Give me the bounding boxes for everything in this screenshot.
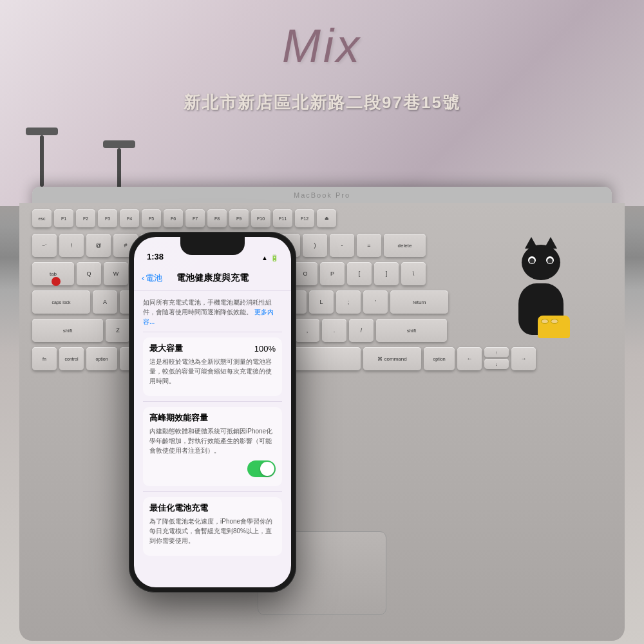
peak-performance-title: 高峰期效能容量 (149, 412, 276, 424)
key-option-left[interactable]: option (86, 347, 117, 370)
store-content: Mix 新北市新店區北新路二段97巷15號 (0, 6, 644, 114)
peak-performance-section: 高峰期效能容量 內建動態軟體和硬體系統可抵銷因iPhone化學年齡增加，對執行效… (143, 407, 282, 486)
key-shift-right[interactable]: shift (376, 319, 447, 342)
max-capacity-section: 最大容量 100% 這是相較於電池為全新狀態可測量的電池容量，較低的容量可能會縮… (143, 337, 282, 396)
page-title: 電池健康度與充電 (176, 272, 249, 284)
key-2[interactable]: @ (86, 234, 111, 257)
intro-text: 如同所有充電式電池，手機電池屬於消耗性組件，會隨著使用時間而逐漸降低效能。 更多… (143, 298, 282, 327)
key-f2[interactable]: F2 (76, 209, 95, 227)
optimized-charging-section: 最佳化電池充電 為了降低電池老化速度，iPhone會學習你的每日充電模式，會暫緩… (143, 497, 282, 556)
key-f8[interactable]: F8 (207, 209, 227, 227)
red-pin (52, 277, 61, 286)
stool-middle (103, 140, 135, 193)
key-minus[interactable]: - (330, 234, 354, 257)
key-control[interactable]: control (59, 347, 84, 370)
key-a[interactable]: A (93, 290, 117, 314)
key-l[interactable]: L (309, 290, 334, 314)
key-f9[interactable]: F9 (229, 209, 249, 227)
key-period[interactable]: . (322, 319, 346, 342)
cat-eye-right (546, 256, 554, 264)
divider-1 (143, 332, 282, 332)
macbook-top-bar: MacBook Pro (32, 187, 612, 203)
back-label: 電池 (146, 272, 162, 284)
max-capacity-title: 最大容量 (149, 343, 183, 354)
cat-eye-left (528, 256, 536, 264)
key-semicolon[interactable]: ; (336, 290, 361, 314)
iphone-device: 1:38 ▲ 🔋 ‹ 電池 電池健康度與充電 如同所有充電式電池，手機電池屬於消… (129, 232, 296, 592)
key-command-right[interactable]: ⌘ command (363, 347, 421, 370)
chevron-left-icon: ‹ (142, 273, 144, 283)
laptop-screen: Mix 新北市新店區北新路二段97巷15號 (0, 0, 644, 206)
key-bracket-right[interactable]: ] (374, 262, 399, 285)
key-f4[interactable]: F4 (120, 209, 139, 227)
cat-ear-left (525, 237, 538, 249)
iphone-content: 如同所有充電式電池，手機電池屬於消耗性組件，會隨著使用時間而逐漸降低效能。 更多… (134, 291, 291, 587)
cat-head (522, 245, 560, 280)
cat-figurine (502, 245, 580, 341)
key-bracket-left[interactable]: [ (347, 262, 372, 285)
key-f11[interactable]: F11 (273, 209, 292, 227)
key-f5[interactable]: F5 (142, 209, 161, 227)
stool-left (26, 128, 58, 187)
max-capacity-desc: 這是相較於電池為全新狀態可測量的電池容量，較低的容量可能會縮短每次充電後的使用時… (149, 357, 276, 386)
key-fn[interactable]: fn (32, 347, 57, 370)
iphone-screen: 1:38 ▲ 🔋 ‹ 電池 電池健康度與充電 如同所有充電式電池，手機電池屬於消… (134, 237, 291, 587)
battery-icon: 🔋 (270, 254, 278, 261)
store-address: 新北市新店區北新路二段97巷15號 (0, 91, 644, 114)
optimized-charging-desc: 為了降低電池老化速度，iPhone會學習你的每日充電模式，會暫緩充電到80%以上… (149, 516, 276, 545)
key-z[interactable]: Z (106, 319, 130, 342)
key-return[interactable]: return (390, 290, 448, 314)
optimized-charging-title: 最佳化電池充電 (149, 502, 276, 514)
capacity-percentage: 100% (254, 344, 276, 354)
divider-2 (143, 401, 282, 402)
key-p[interactable]: P (320, 262, 345, 285)
key-shift-left[interactable]: shift (32, 319, 103, 342)
yellow-pot (538, 316, 570, 338)
key-o[interactable]: O (293, 262, 317, 285)
key-equal[interactable]: = (357, 234, 381, 257)
key-comma[interactable]: , (295, 319, 319, 342)
key-esc[interactable]: esc (32, 209, 52, 227)
toggle-knob (260, 462, 274, 476)
peak-performance-toggle-row (149, 460, 276, 477)
modifier-key-row: fn control option ⌘ command ⌘ command op… (32, 347, 612, 370)
key-f12[interactable]: F12 (295, 209, 314, 227)
key-arrow-left[interactable]: ← (457, 347, 482, 370)
key-quote[interactable]: ' (363, 290, 388, 314)
key-arrow-down[interactable]: ↓ (484, 359, 509, 369)
iphone-notch (180, 237, 245, 255)
key-arrow-right[interactable]: → (511, 347, 536, 370)
fn-key-row: esc F1 F2 F3 F4 F5 F6 F7 F8 F9 F10 F11 F… (32, 209, 612, 227)
key-backslash[interactable]: \ (401, 262, 426, 285)
key-slash[interactable]: / (349, 319, 374, 342)
key-option-right[interactable]: option (424, 347, 455, 370)
key-q[interactable]: Q (77, 262, 101, 285)
key-0[interactable]: ) (303, 234, 327, 257)
key-delete[interactable]: delete (384, 234, 426, 257)
wifi-icon: ▲ (261, 254, 268, 261)
key-f6[interactable]: F6 (164, 209, 183, 227)
key-f1[interactable]: F1 (54, 209, 73, 227)
key-caps[interactable]: caps lock (32, 290, 90, 314)
key-1[interactable]: ! (59, 234, 84, 257)
divider-3 (143, 491, 282, 492)
back-button[interactable]: ‹ 電池 (142, 272, 162, 284)
key-f3[interactable]: F3 (98, 209, 117, 227)
key-f7[interactable]: F7 (185, 209, 205, 227)
key-tilde[interactable]: ~` (32, 234, 57, 257)
store-logo: Mix (0, 19, 644, 72)
key-f10[interactable]: F10 (251, 209, 270, 227)
key-power[interactable]: ⏏ (317, 209, 336, 227)
key-arrow-up[interactable]: ↑ (484, 347, 509, 357)
peak-performance-toggle[interactable] (247, 460, 276, 477)
key-w[interactable]: W (104, 262, 128, 285)
status-icons: ▲ 🔋 (261, 254, 278, 261)
cat-ear-right (544, 237, 557, 249)
status-time: 1:38 (147, 252, 164, 261)
navigation-bar: ‹ 電池 電池健康度與充電 (134, 265, 291, 291)
peak-performance-desc: 內建動態軟體和硬體系統可抵銷因iPhone化學年齡增加，對執行效能產生的影響（可… (149, 426, 276, 455)
macbook-label: MacBook Pro (294, 191, 350, 199)
